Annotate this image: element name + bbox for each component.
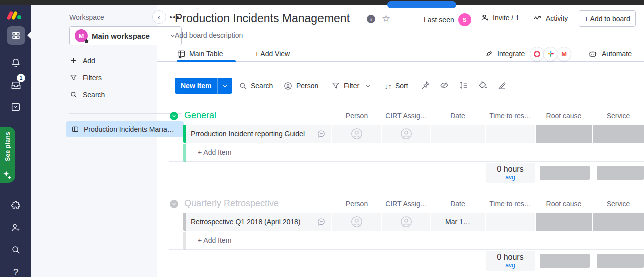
browser-active-tab[interactable] — [387, 1, 456, 8]
board-description-placeholder[interactable]: Add board description — [175, 31, 243, 39]
search-label: Search — [251, 82, 273, 90]
person-cell[interactable] — [332, 125, 381, 143]
inbox-icon[interactable] — [0, 79, 31, 91]
item-name-cell[interactable]: Prroduction Incident reporting Guideli… — [183, 125, 331, 143]
item-height-icon[interactable] — [458, 80, 468, 90]
edit-pen-icon[interactable] — [497, 80, 507, 90]
sort-button[interactable]: ↓↑ Sort — [384, 78, 408, 94]
add-update-bubble-icon[interactable] — [316, 129, 326, 139]
sparkle-icon — [3, 170, 12, 180]
date-cell[interactable] — [431, 125, 485, 143]
service-summary-bar[interactable] — [597, 254, 644, 268]
root-cause-summary-bar[interactable] — [540, 166, 590, 180]
group-title[interactable]: General — [184, 110, 216, 121]
column-header-date[interactable]: Date — [431, 112, 485, 120]
board-info-icon[interactable]: i — [367, 15, 375, 23]
time-cell[interactable] — [486, 213, 535, 231]
date-cell[interactable]: Mar 1… — [431, 213, 485, 231]
activity-button[interactable]: Activity — [533, 13, 568, 23]
service-cell[interactable] — [593, 125, 644, 143]
workspace-search-button[interactable]: Search — [69, 90, 105, 99]
pin-icon[interactable] — [420, 80, 430, 90]
column-header-person[interactable]: Person — [332, 200, 381, 208]
search-everything-icon[interactable] — [0, 244, 31, 255]
column-header-time[interactable]: Time to res… — [486, 112, 535, 120]
search-button[interactable]: Search — [238, 78, 273, 94]
color-bucket-icon[interactable] — [477, 80, 488, 90]
root-cause-summary-bar[interactable] — [540, 254, 590, 268]
filter-label: Filter — [344, 82, 359, 90]
add-item-row[interactable]: + Add Item — [169, 232, 644, 250]
cirt-cell[interactable] — [382, 125, 430, 143]
column-header-date[interactable]: Date — [431, 200, 485, 208]
integration-app-icon-gmail[interactable]: M — [557, 47, 571, 61]
workspace-selector[interactable]: M Main workspace — [69, 26, 182, 45]
tab-main-table[interactable]: Main Table — [177, 46, 223, 61]
service-cell[interactable] — [593, 213, 644, 231]
invite-members-icon[interactable] — [0, 222, 31, 233]
my-work-calendar-icon[interactable] — [0, 101, 31, 112]
add-item-label[interactable]: + Add Item — [198, 236, 231, 244]
activity-icon — [533, 13, 542, 23]
group-collapse-icon[interactable] — [170, 200, 178, 208]
invite-label: Invite / 1 — [493, 14, 519, 22]
time-cell[interactable] — [486, 125, 535, 143]
column-header-cirt[interactable]: CIRT Assig… — [382, 200, 430, 208]
root-cause-cell[interactable] — [536, 213, 592, 231]
star-glyph: ☆ — [382, 13, 390, 24]
person-cell[interactable] — [332, 213, 381, 231]
add-item-label[interactable]: + Add Item — [198, 148, 231, 156]
page-title[interactable]: Production Incidents Management — [175, 12, 350, 25]
add-item-row[interactable]: + Add Item — [169, 144, 644, 162]
help-icon[interactable]: ? — [0, 267, 31, 277]
column-header-root-cause[interactable]: Root cause — [536, 112, 592, 120]
person-filter-button[interactable]: Person — [283, 78, 318, 94]
time-summary-aggregation[interactable]: avg — [486, 174, 535, 181]
workspace-add-button[interactable]: Add — [69, 56, 95, 65]
column-header-cirt[interactable]: CIRT Assig… — [382, 112, 430, 120]
column-header-service[interactable]: Service — [593, 112, 644, 120]
collapse-panel-button[interactable]: ‹ — [152, 10, 166, 24]
monday-logo-icon[interactable] — [8, 11, 21, 20]
time-summary-aggregation[interactable]: avg — [486, 262, 535, 269]
group-title[interactable]: Quarterly Retrospective — [184, 198, 279, 209]
notifications-bell-icon[interactable] — [0, 57, 31, 68]
automate-button[interactable]: Automate — [588, 46, 632, 61]
item-name[interactable]: Prroduction Incident reporting Guideli… — [191, 130, 305, 138]
last-seen-avatar[interactable]: S — [458, 13, 471, 26]
item-name[interactable]: Retrospective Q1 2018 (April 2018) — [191, 218, 300, 226]
add-to-board-button[interactable]: + Add to board — [579, 10, 636, 27]
column-header-service[interactable]: Service — [593, 200, 644, 208]
date-value: Mar 1… — [445, 218, 470, 226]
column-header-person[interactable]: Person — [332, 112, 381, 120]
sidebar-item-board[interactable]: Production Incidents Mana… — [66, 121, 184, 137]
filter-button[interactable]: Filter — [331, 78, 371, 94]
integrate-button[interactable]: Integrate M — [484, 46, 571, 61]
new-item-button[interactable]: New Item — [175, 78, 217, 94]
work-management-icon[interactable] — [7, 26, 25, 45]
favorite-star-icon[interactable]: ☆ — [382, 13, 390, 24]
see-plans-banner[interactable]: See plans — [0, 127, 15, 183]
service-summary-bar[interactable] — [597, 166, 644, 180]
column-header-time[interactable]: Time to res… — [486, 200, 535, 208]
last-seen-group[interactable]: Last seen S — [424, 13, 471, 26]
add-update-bubble-icon[interactable] — [316, 217, 326, 227]
new-item-dropdown[interactable] — [217, 78, 232, 94]
info-glyph: i — [370, 16, 372, 22]
workspace-filters-button[interactable]: Filters — [69, 73, 102, 82]
tab-add-view[interactable]: + Add View — [255, 46, 290, 61]
integration-app-icon-slack[interactable] — [543, 47, 558, 61]
hide-eye-icon[interactable] — [439, 80, 449, 90]
group-color-bar — [183, 144, 186, 162]
board-icon — [71, 125, 79, 133]
root-cause-cell[interactable] — [536, 125, 592, 143]
group-collapse-icon[interactable] — [170, 112, 178, 120]
column-header-root-cause[interactable]: Root cause — [536, 200, 592, 208]
item-name-cell[interactable]: Retrospective Q1 2018 (April 2018) — [183, 213, 331, 231]
cirt-cell[interactable] — [382, 213, 430, 231]
integration-app-icon-basecamp[interactable] — [530, 47, 544, 61]
robot-icon — [588, 49, 598, 59]
chevron-down-icon[interactable] — [365, 83, 371, 89]
apps-puzzle-icon[interactable] — [0, 200, 31, 211]
invite-button[interactable]: Invite / 1 — [480, 13, 519, 22]
